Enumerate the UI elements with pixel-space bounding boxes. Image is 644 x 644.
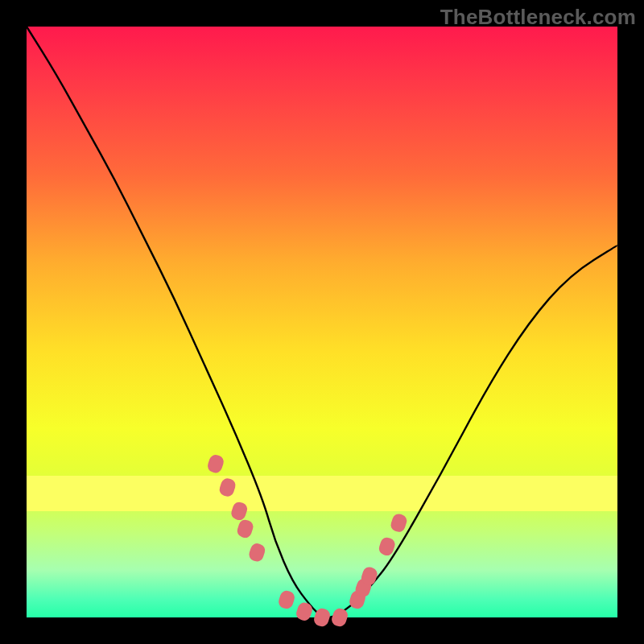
marker-point (295, 601, 314, 621)
marker-point (236, 518, 255, 539)
marker-point (206, 453, 225, 474)
marker-point (218, 477, 237, 497)
marker-point (247, 542, 266, 563)
marker-point (277, 589, 296, 610)
marker-point (389, 512, 408, 533)
marker-point (229, 501, 249, 522)
bottleneck-curve-path (27, 27, 617, 617)
plot-area (27, 27, 617, 617)
chart-svg (27, 27, 617, 617)
chart-frame: TheBottleneck.com (0, 0, 644, 644)
